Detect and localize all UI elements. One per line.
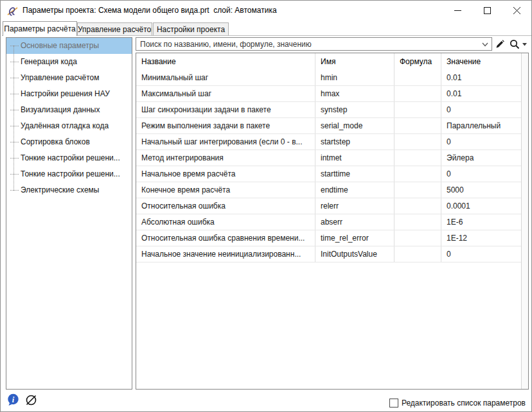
chevron-down-icon[interactable]	[482, 42, 488, 47]
table-row[interactable]: Относительная ошибка сравнения времени..…	[136, 230, 521, 246]
cell-formula[interactable]	[395, 182, 441, 198]
sidebar-item[interactable]: Визуализация данных	[6, 102, 132, 118]
column-header-name[interactable]: Имя	[315, 53, 395, 70]
cell-formula[interactable]	[395, 70, 441, 85]
cell-value[interactable]: Параллельный	[441, 118, 521, 133]
table-body: Минимальный шаг hmin 0.01 Максимальный ш…	[136, 70, 521, 262]
cell-formula[interactable]	[395, 166, 441, 182]
cell-value[interactable]: 5000	[441, 182, 521, 198]
cell-name[interactable]: hmin	[315, 70, 395, 85]
sidebar-item[interactable]: Генерация кода	[6, 54, 132, 70]
column-header-value[interactable]: Значение	[441, 53, 521, 70]
table-scrollbar[interactable]	[521, 53, 528, 389]
cell-title[interactable]: Конечное время расчёта	[136, 182, 315, 198]
cell-value[interactable]: Эйлера	[441, 150, 521, 166]
cell-value[interactable]: 0.01	[441, 86, 521, 101]
cell-name[interactable]: hmax	[315, 86, 395, 101]
table-row[interactable]: Начальное время расчёта starttime 0	[136, 166, 521, 182]
table-row[interactable]: Режим выполнения задачи в пакете serial_…	[136, 118, 521, 134]
maximize-icon	[484, 7, 491, 14]
cell-title[interactable]: Абсолютная ошибка	[136, 214, 315, 230]
cell-title[interactable]: Начальный шаг интегрирования (если 0 - в…	[136, 134, 315, 150]
cell-name[interactable]: time_rel_error	[315, 230, 395, 246]
cell-name[interactable]: starttime	[315, 166, 395, 182]
tab-calculation-control[interactable]: Управление расчётом	[77, 22, 152, 35]
column-header-formula[interactable]: Формула	[395, 53, 441, 70]
cell-name[interactable]: relerr	[315, 198, 395, 214]
sidebar-item-label: Основные параметры	[21, 41, 99, 50]
cell-name[interactable]: intmet	[315, 150, 395, 166]
edit-parameter-button[interactable]	[493, 37, 506, 51]
window-title: Параметры проекта: Схема модели общего в…	[22, 1, 277, 21]
cell-value[interactable]: 0	[441, 102, 521, 117]
cell-formula[interactable]	[395, 214, 441, 230]
search-input[interactable]	[136, 38, 478, 50]
cell-title[interactable]: Начальное значение неинициализированн...	[136, 246, 315, 262]
sidebar-item[interactable]: Электрические схемы	[6, 182, 132, 198]
cell-title[interactable]: Режим выполнения задачи в пакете	[136, 118, 315, 133]
sidebar-item-label: Тонкие настройки решени...	[21, 153, 120, 162]
table-row[interactable]: Шаг синхронизации задачи в пакете synste…	[136, 102, 521, 118]
search-button[interactable]	[507, 37, 529, 51]
cell-title[interactable]: Начальное время расчёта	[136, 166, 315, 182]
table-row[interactable]: Абсолютная ошибка abserr 1E-6	[136, 214, 521, 230]
cell-title[interactable]: Метод интегрирования	[136, 150, 315, 166]
sidebar-item[interactable]: Удалённая отладка кода	[6, 118, 132, 134]
search-combobox[interactable]	[136, 37, 492, 51]
sidebar-item[interactable]: Настройки решения НАУ	[6, 86, 132, 102]
table-row[interactable]: Максимальный шаг hmax 0.01	[136, 86, 521, 102]
table-row[interactable]: Начальный шаг интегрирования (если 0 - в…	[136, 134, 521, 150]
cell-title[interactable]: Максимальный шаг	[136, 86, 315, 101]
table-row[interactable]: Относительная ошибка relerr 0.0001	[136, 198, 521, 214]
cell-value[interactable]: 0.01	[441, 70, 521, 85]
edit-parameter-list-label: Редактировать список параметров	[402, 399, 526, 408]
sidebar-item[interactable]: Тонкие настройки решени...	[6, 150, 132, 166]
cell-title[interactable]: Минимальный шаг	[136, 70, 315, 85]
table-row[interactable]: Минимальный шаг hmin 0.01	[136, 70, 521, 86]
cell-title[interactable]: Относительная ошибка сравнения времени..…	[136, 230, 315, 246]
cell-value[interactable]: 0	[441, 166, 521, 182]
minimize-button[interactable]	[443, 1, 472, 21]
tabbar-baseline	[2, 35, 531, 36]
magnifier-icon	[509, 39, 520, 50]
cell-formula[interactable]	[395, 230, 441, 246]
cell-value[interactable]: 1E-6	[441, 214, 521, 230]
table-row[interactable]: Метод интегрирования intmet Эйлера	[136, 150, 521, 166]
cell-value[interactable]: 1E-12	[441, 230, 521, 246]
close-button[interactable]	[502, 1, 531, 21]
app-logo-icon	[6, 4, 19, 17]
cell-formula[interactable]	[395, 246, 441, 262]
tab-calculation-parameters[interactable]: Параметры расчёта	[3, 21, 77, 36]
table-row[interactable]: Начальное значение неинициализированн...…	[136, 246, 521, 262]
sidebar-item-label: Тонкие настройки решени...	[21, 169, 120, 178]
cell-formula[interactable]	[395, 134, 441, 150]
cell-name[interactable]: synstep	[315, 102, 395, 117]
edit-parameter-list-checkbox[interactable]	[389, 399, 398, 408]
cell-value[interactable]: 0.0001	[441, 198, 521, 214]
cell-formula[interactable]	[395, 118, 441, 133]
maximize-button[interactable]	[472, 1, 502, 21]
cell-title[interactable]: Шаг синхронизации задачи в пакете	[136, 102, 315, 117]
cell-name[interactable]: serial_mode	[315, 118, 395, 133]
cell-formula[interactable]	[395, 198, 441, 214]
table-row[interactable]: Конечное время расчёта endtime 5000	[136, 182, 521, 198]
info-icon[interactable]: i	[7, 393, 19, 406]
empty-set-icon[interactable]	[24, 393, 39, 408]
column-header-title[interactable]: Название	[136, 53, 315, 70]
cell-name[interactable]: endtime	[315, 182, 395, 198]
sidebar-item[interactable]: Основные параметры	[6, 38, 132, 54]
cell-formula[interactable]	[395, 86, 441, 101]
sidebar-item[interactable]: Сортировка блоков	[6, 134, 132, 150]
cell-title[interactable]: Относительная ошибка	[136, 198, 315, 214]
cell-formula[interactable]	[395, 102, 441, 117]
cell-name[interactable]: InitOutputsValue	[315, 246, 395, 262]
sidebar-item[interactable]: Тонкие настройки решени...	[6, 166, 132, 182]
cell-value[interactable]: 0	[441, 134, 521, 150]
cell-formula[interactable]	[395, 150, 441, 166]
cell-name[interactable]: startstep	[315, 134, 395, 150]
tab-project-settings[interactable]: Настройки проекта	[153, 22, 229, 35]
sidebar-item[interactable]: Управление расчётом	[6, 70, 132, 86]
project-parameters-window: Параметры проекта: Схема модели общего в…	[0, 0, 532, 412]
cell-value[interactable]: 0	[441, 246, 521, 262]
cell-name[interactable]: abserr	[315, 214, 395, 230]
